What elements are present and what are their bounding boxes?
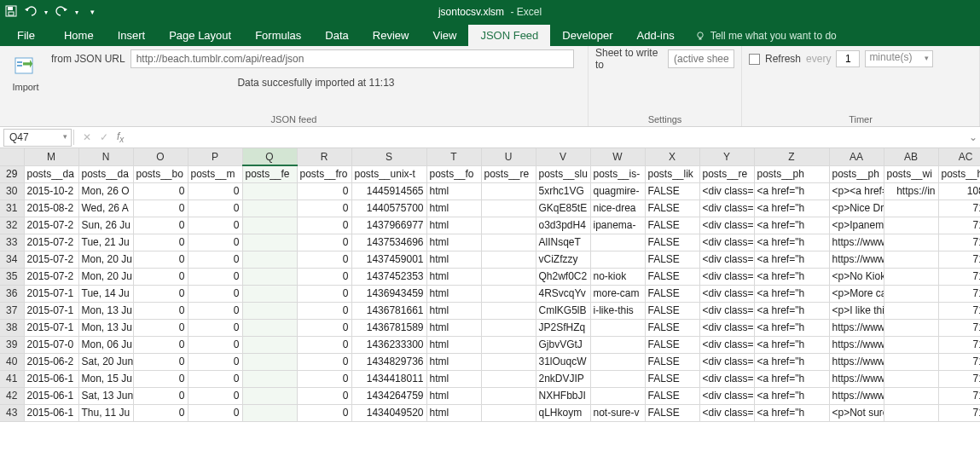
cell[interactable]: https://www.tumblr. (829, 336, 884, 353)
cell[interactable]: html (426, 319, 481, 336)
cell[interactable]: 719 (938, 404, 980, 421)
json-url-input[interactable] (130, 49, 574, 68)
cell[interactable]: 719 (938, 353, 980, 370)
cell[interactable]: <a href="h (754, 404, 829, 421)
cell[interactable]: html (426, 268, 481, 285)
cell[interactable]: Qh2wf0C2 (536, 268, 590, 285)
cell[interactable] (242, 234, 297, 251)
cell[interactable]: 5xrhc1VG (536, 182, 590, 199)
cell[interactable] (884, 268, 938, 285)
cell[interactable]: FALSE (645, 353, 699, 370)
cell[interactable]: <a href="h (754, 370, 829, 387)
column-header[interactable]: AA (829, 148, 884, 165)
cell[interactable]: 719 (938, 302, 980, 319)
cell[interactable]: https://www.tumblr. (829, 353, 884, 370)
row-header[interactable]: 35 (0, 268, 24, 285)
row-header[interactable]: 38 (0, 319, 24, 336)
cell[interactable]: html (426, 387, 481, 404)
cell[interactable]: CmlKG5lB (536, 302, 590, 319)
cell[interactable]: 0 (297, 302, 351, 319)
cell[interactable]: ipanema- (590, 217, 645, 234)
cell[interactable]: <div class= (699, 387, 754, 404)
cell[interactable]: 0 (188, 319, 242, 336)
cell[interactable]: <div class= (699, 285, 754, 302)
cell[interactable]: posts__is- (590, 165, 645, 182)
cell[interactable]: 0 (297, 319, 351, 336)
row-header[interactable]: 42 (0, 387, 24, 404)
cell[interactable] (242, 370, 297, 387)
cell[interactable]: 0 (188, 251, 242, 268)
cell[interactable]: html (426, 370, 481, 387)
cell[interactable]: Mon, 20 Ju (78, 268, 133, 285)
cell[interactable] (590, 353, 645, 370)
enter-icon[interactable]: ✓ (100, 131, 108, 143)
cell[interactable]: 0 (188, 234, 242, 251)
cell[interactable]: <a href="h (754, 234, 829, 251)
fx-icon[interactable]: fx (117, 130, 127, 144)
cell[interactable]: posts__re (699, 165, 754, 182)
cell[interactable]: <p>Not sure what&# (829, 404, 884, 421)
cell[interactable] (884, 234, 938, 251)
cell[interactable] (481, 319, 536, 336)
cell[interactable] (481, 268, 536, 285)
cell[interactable]: 0 (133, 387, 188, 404)
cell[interactable]: 0 (133, 268, 188, 285)
cell[interactable]: 2015-08-2 (24, 199, 78, 217)
cell[interactable]: 0 (133, 251, 188, 268)
redo-icon[interactable] (55, 6, 68, 19)
cell[interactable]: Wed, 26 A (78, 199, 133, 217)
cell[interactable]: <div class= (699, 217, 754, 234)
tab-view[interactable]: View (420, 25, 468, 46)
cell[interactable]: https://www.tumblr. (829, 319, 884, 336)
row-header[interactable]: 36 (0, 285, 24, 302)
row-header[interactable]: 39 (0, 336, 24, 353)
undo-dropdown-icon[interactable]: ▾ (44, 9, 48, 16)
cell[interactable]: posts__fe (242, 165, 297, 182)
cell[interactable]: quagmire- (590, 182, 645, 199)
cell[interactable]: 0 (297, 353, 351, 370)
cell[interactable]: html (426, 302, 481, 319)
cell[interactable]: <a href="h (754, 302, 829, 319)
select-all-corner[interactable] (0, 148, 24, 165)
cell[interactable]: 0 (188, 336, 242, 353)
cell[interactable]: 1437452353 (351, 268, 426, 285)
cell[interactable]: 2015-07-0 (24, 336, 78, 353)
column-header[interactable]: T (426, 148, 481, 165)
cell[interactable]: <p>Ipanema, Rio</p (829, 217, 884, 234)
cell[interactable]: 1437966977 (351, 217, 426, 234)
column-header[interactable]: W (590, 148, 645, 165)
cell[interactable]: 0 (133, 404, 188, 421)
cell[interactable]: 0 (133, 370, 188, 387)
spreadsheet-grid[interactable]: MNOPQRSTUVWXYZAAABAC 29posts__daposts__d… (0, 148, 980, 451)
cell[interactable]: <p><a href= (829, 182, 884, 199)
cell[interactable]: posts__da (78, 165, 133, 182)
cell[interactable]: 1436781589 (351, 319, 426, 336)
cell[interactable]: FALSE (645, 387, 699, 404)
cell[interactable]: FALSE (645, 268, 699, 285)
column-header[interactable]: Z (754, 148, 829, 165)
cell[interactable] (481, 336, 536, 353)
cell[interactable]: <a href="h (754, 251, 829, 268)
cell[interactable]: FALSE (645, 199, 699, 217)
cell[interactable] (884, 404, 938, 421)
cancel-icon[interactable]: ✕ (83, 131, 91, 143)
cell[interactable]: posts__slu (536, 165, 590, 182)
cell[interactable]: https://www.tumblr. (829, 251, 884, 268)
cell[interactable]: 2015-07-1 (24, 285, 78, 302)
tab-home[interactable]: Home (52, 25, 106, 46)
cell[interactable]: 2015-06-2 (24, 353, 78, 370)
cell[interactable]: <div class= (699, 353, 754, 370)
cell[interactable]: 2015-07-2 (24, 217, 78, 234)
cell[interactable]: GKqE85tE (536, 199, 590, 217)
cell[interactable]: posts__lik (645, 165, 699, 182)
cell[interactable]: FALSE (645, 217, 699, 234)
cell[interactable]: FALSE (645, 336, 699, 353)
cell[interactable]: Sat, 13 Jun (78, 387, 133, 404)
row-header[interactable]: 32 (0, 217, 24, 234)
cell[interactable]: 2015-07-1 (24, 302, 78, 319)
cell[interactable]: 2015-10-2 (24, 182, 78, 199)
cell[interactable]: 0 (188, 268, 242, 285)
cell[interactable]: posts__da (24, 165, 78, 182)
cell[interactable]: 1434418011 (351, 370, 426, 387)
cell[interactable] (481, 302, 536, 319)
